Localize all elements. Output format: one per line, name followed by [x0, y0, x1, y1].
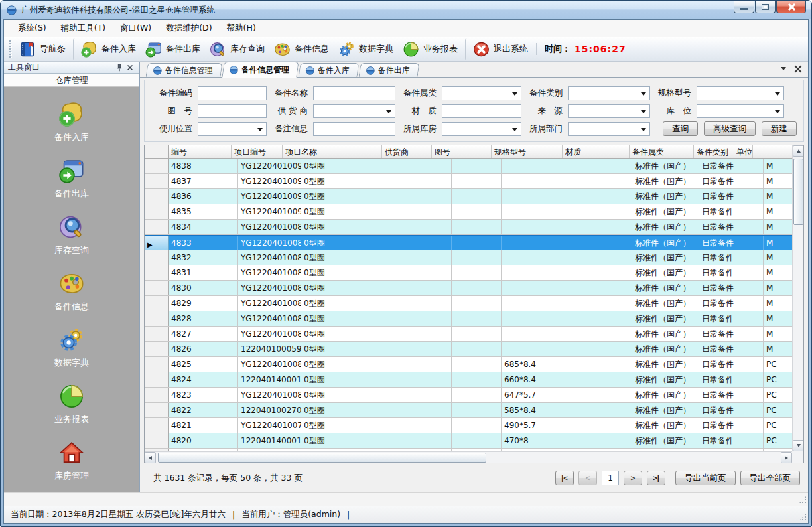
- table-row[interactable]: 4830 YG12204010085 0型圈 标准件（国产） 日常备件: [145, 281, 792, 296]
- page-number-input[interactable]: 1: [602, 471, 619, 485]
- location-select[interactable]: [697, 104, 784, 118]
- next-page-button[interactable]: >: [624, 471, 642, 485]
- export-all-pages-button[interactable]: 导出全部页: [740, 471, 801, 485]
- toolbar-button[interactable]: 备件入库: [73, 38, 141, 60]
- tab-close-icon[interactable]: [794, 65, 801, 72]
- spec-model-select[interactable]: [697, 86, 784, 100]
- source-select[interactable]: [568, 104, 650, 118]
- table-row[interactable]: 4821 YG12204010079 0型圈 490*5.7 标准件（国产） 日…: [145, 418, 792, 433]
- table-row[interactable]: 4827 YG12204010082 0型圈 标准件（国产） 日常备件: [145, 327, 792, 342]
- warehouse-select[interactable]: [442, 122, 521, 136]
- scroll-down-button[interactable]: [793, 440, 804, 451]
- vertical-scroll-thumb[interactable]: [793, 159, 803, 225]
- table-row[interactable]: 4832 YG12204010087 0型圈 标准件（国产） 日常备件: [145, 250, 792, 265]
- toolbar-gripper[interactable]: [9, 40, 13, 58]
- minimize-button[interactable]: [734, 1, 754, 13]
- row-selector-cell[interactable]: [145, 433, 169, 448]
- row-selector-cell[interactable]: [145, 189, 169, 204]
- maximize-button[interactable]: [755, 1, 776, 13]
- panel-close-button[interactable]: [125, 62, 135, 73]
- scroll-left-button[interactable]: [145, 452, 156, 463]
- table-row[interactable]: 4834 YG12204010089 0型圈 标准件（国产） 日常备件: [145, 220, 792, 235]
- row-selector-cell[interactable]: [145, 357, 169, 372]
- column-header[interactable]: 规格型号: [492, 145, 563, 158]
- column-header[interactable]: 项目名称: [283, 145, 382, 158]
- column-header[interactable]: 单位: [734, 145, 753, 158]
- supplier-select[interactable]: [313, 104, 395, 118]
- chevron-down-icon[interactable]: [781, 67, 786, 73]
- menu-item[interactable]: 数据维护(D): [159, 20, 219, 37]
- prev-page-button[interactable]: <: [578, 471, 597, 485]
- menu-item[interactable]: 帮助(H): [220, 20, 263, 37]
- drawing-no-input[interactable]: [198, 104, 267, 118]
- last-page-button[interactable]: >|: [647, 471, 665, 485]
- scroll-up-button[interactable]: [793, 145, 804, 157]
- table-row[interactable]: 4824 1220401400012 0型圈 660*8.4 标准件（国产） 日…: [145, 372, 792, 388]
- close-button[interactable]: [776, 1, 806, 13]
- material-input[interactable]: [442, 104, 521, 118]
- tab[interactable]: 备件出库: [359, 63, 420, 77]
- toolbar-button[interactable]: 库存查询: [206, 38, 270, 60]
- sidebar-item[interactable]: 备件出库: [25, 154, 118, 202]
- menu-item[interactable]: 系统(S): [11, 20, 54, 37]
- row-selector-cell[interactable]: [145, 250, 169, 265]
- part-code-input[interactable]: [198, 86, 267, 100]
- toolbar-button[interactable]: 退出系统: [465, 38, 533, 60]
- row-selector-cell[interactable]: [145, 311, 169, 326]
- sidebar-item[interactable]: 业务报表: [25, 380, 118, 428]
- row-selector-cell[interactable]: [145, 281, 169, 295]
- tab[interactable]: 备件信息管理: [146, 63, 223, 77]
- row-selector-cell[interactable]: [145, 296, 169, 311]
- table-row[interactable]: 4837 YG12204010092 0型圈 标准件（国产） 日常备件: [145, 174, 792, 189]
- row-selector-cell[interactable]: [145, 418, 169, 433]
- scroll-right-button[interactable]: [781, 452, 792, 463]
- first-page-button[interactable]: |<: [555, 471, 574, 485]
- tab[interactable]: 备件信息管理: [222, 62, 299, 78]
- tab[interactable]: 备件入库: [299, 63, 360, 77]
- toolbar-button[interactable]: 导航条: [15, 38, 71, 60]
- column-header[interactable]: 项目编号: [232, 145, 283, 158]
- part-category-select[interactable]: [568, 86, 650, 100]
- row-selector-cell[interactable]: [145, 236, 169, 250]
- table-row[interactable]: 4828 YG12204010083 0型圈 标准件（国产） 日常备件: [145, 311, 792, 327]
- toolbar-button[interactable]: 备件信息: [270, 38, 334, 60]
- part-name-input[interactable]: [313, 86, 395, 100]
- row-selector-cell[interactable]: [145, 204, 169, 219]
- title-bar[interactable]: 广州爱奇迪软件科技有限公司-深田之星仓库管理系统: [1, 1, 811, 19]
- remark-input[interactable]: [313, 122, 395, 136]
- table-row[interactable]: 4829 YG12204010084 0型圈 标准件（国产） 日常备件: [145, 296, 792, 311]
- pin-button[interactable]: [114, 62, 125, 73]
- table-row[interactable]: 4823 YG12204010080 0型圈 647*5.7 标准件（国产） 日…: [145, 388, 792, 403]
- horizontal-scroll-thumb[interactable]: [158, 453, 486, 463]
- export-current-page-button[interactable]: 导出当前页: [675, 471, 736, 485]
- department-select[interactable]: [568, 122, 650, 136]
- table-row[interactable]: 4820 1220401400013 0型圈 470*8 标准件（国产） 日常备…: [145, 433, 792, 449]
- toolbar-button[interactable]: 备件出库: [141, 38, 206, 60]
- advanced-query-button[interactable]: 高级查询: [704, 121, 756, 136]
- table-row[interactable]: 4833 YG12204010088 0型圈 标准件（国产） 日常备件: [145, 235, 792, 250]
- usage-position-select[interactable]: [198, 122, 267, 136]
- sidebar-item[interactable]: 库存查询: [25, 210, 118, 259]
- resize-grip-icon[interactable]: [799, 513, 807, 521]
- row-selector-cell[interactable]: [145, 220, 169, 234]
- row-selector-cell[interactable]: [145, 403, 169, 417]
- column-header[interactable]: 编号: [169, 145, 232, 158]
- sidebar-item[interactable]: 备件信息: [25, 267, 118, 315]
- table-row[interactable]: 4836 YG12204010091 0型圈 标准件（国产） 日常备件: [145, 189, 792, 204]
- query-button[interactable]: 查询: [663, 121, 698, 136]
- toolbar-button[interactable]: 业务报表: [399, 38, 463, 60]
- row-selector-cell[interactable]: [145, 327, 169, 341]
- column-header[interactable]: 备件属类: [630, 145, 694, 158]
- new-button[interactable]: 新建: [762, 121, 797, 136]
- column-header[interactable]: 供货商: [382, 145, 432, 158]
- table-row[interactable]: 4838 YG12204010093 0型圈 标准件（国产） 日常备件: [145, 159, 792, 174]
- table-row[interactable]: 4831 YG12204010086 0型圈 标准件（国产） 日常备件: [145, 265, 792, 281]
- sidebar-item[interactable]: 备件入库: [25, 98, 118, 146]
- table-row[interactable]: 4825 YG12204010081 0型圈 685*8.4 标准件（国产） 日…: [145, 357, 792, 372]
- toolbar-button[interactable]: 数据字典: [334, 38, 399, 60]
- table-row[interactable]: 4826 1220401000599 0型圈 标准件（国产） 日常备件: [145, 342, 792, 357]
- row-selector-cell[interactable]: [145, 342, 169, 356]
- resize-grip-icon[interactable]: [799, 496, 807, 504]
- row-selector-cell[interactable]: [145, 372, 169, 387]
- sidebar-item[interactable]: 库房管理: [25, 436, 118, 485]
